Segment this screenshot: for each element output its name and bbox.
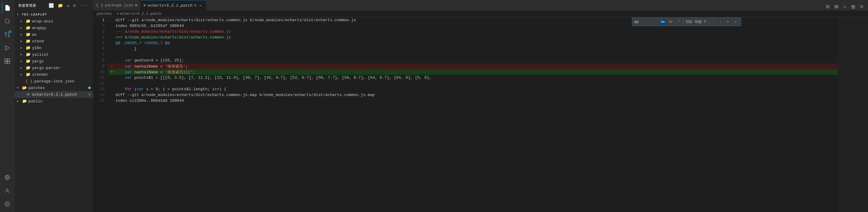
regex-btn[interactable]: .* [675,19,682,25]
yallist-arrow: ▶ [21,53,25,56]
yallist-label: yallist [32,52,93,57]
activity-bar-bottom [2,172,13,212]
line1-text: diff --git a/node_modules/echarts/dist/e… [116,18,356,22]
svg-rect-8 [5,61,7,64]
code-line-3: --- a/node_modules/echarts/dist/echarts.… [108,29,838,34]
refresh-icon[interactable]: ↺ [66,2,71,9]
line3-text: --- a/node_modules/echarts/dist/echarts.… [116,29,231,34]
patches-label: patches [28,86,88,90]
line-num-10: 10 [93,69,108,75]
wrap-ansi-label: wrap-ansi [32,19,93,24]
match-case-btn[interactable]: Aa [659,19,666,25]
code-line-11: var points$1 = [[[0, 3.5], [7, 11.2], [1… [108,75,838,81]
toggle-primary-sidebar-icon[interactable] [832,3,840,10]
code-line-15: index cc2380a..666d1dd 100644 [108,98,838,104]
split-editor-icon[interactable] [824,3,832,10]
sidebar-title: 资源管理器 [18,3,36,8]
sidebar-header-actions: ⬜ 📁 ↺ ⊟ ··· [48,2,89,9]
tab-package-json-icon: { } [96,3,103,7]
yargs-parser-label: yargs-parser [32,66,93,70]
line15-text: index cc2380a..666d1dd 100644 [116,99,184,103]
line6-text: } [116,47,136,51]
collapse-icon[interactable]: ⊟ [72,2,77,9]
search-activity-icon[interactable] [2,16,13,27]
files-icon[interactable] [2,2,13,13]
yargs-parser-folder-icon: 📁 [25,65,31,70]
restore-icon[interactable]: ⧉ [858,3,866,10]
sidebar-item-wrappy[interactable]: ▶ 📁 wrappy [14,25,93,31]
search-list-btn[interactable]: ≡ [724,19,731,25]
sidebar-item-zrender[interactable]: ▶ 📁 zrender [14,71,93,78]
main-area: { } package.json M ≡ echarts+5.2.1.patch… [93,0,868,212]
yargs-arrow: ▶ [21,59,25,63]
sidebar-item-y18n[interactable]: ▶ 📁 y18n [14,45,93,51]
svg-rect-6 [5,59,7,61]
sidebar-item-echarts-patch[interactable]: ▶ ≡ echarts+5.2.1.patch U [14,91,93,98]
code-line-14: diff --git a/node_modules/echarts/dist/e… [108,92,838,98]
breadcrumb-sep: › [113,12,115,16]
search-next-btn[interactable]: ↓ [717,19,724,25]
tab-echarts-patch-close[interactable]: ✕ [198,3,203,8]
ws-arrow: ▶ [21,33,25,36]
editor-code[interactable]: diff --git a/node_modules/echarts/dist/e… [108,17,838,212]
yargs-parser-arrow: ▶ [21,66,25,70]
public-arrow: ▶ [17,99,22,103]
marker-3 [111,29,116,34]
new-file-icon[interactable]: ⬜ [48,2,55,9]
yargs-label: yargs [32,59,93,63]
toggle-panel-icon[interactable] [849,3,857,10]
search-close-btn[interactable]: ✕ [732,19,739,25]
close-icon[interactable]: ✕ [841,3,849,10]
extensions-icon[interactable] [2,56,13,67]
code-line-5: @@ -28695,7 +28695,7 @@ [108,40,838,46]
match-word-btn[interactable]: ab [667,19,674,25]
marker-4 [111,35,116,40]
marker-9: - [111,64,116,69]
sidebar-item-yallist[interactable]: ▶ 📁 yallist [14,51,93,58]
line-num-2: 2 [93,23,108,29]
svg-marker-5 [5,46,9,50]
settings-icon[interactable] [2,199,13,210]
new-folder-icon[interactable]: 📁 [57,2,64,9]
marker-12 [111,81,116,86]
zrender-label: zrender [32,72,93,77]
line-num-12: 12 [93,81,108,86]
public-folder-icon: 📁 [22,99,27,104]
code-line-4: +++ b/node_modules/echarts/dist/echarts.… [108,34,838,40]
line4-text: +++ b/node_modules/echarts/dist/echarts.… [116,35,231,40]
sidebar-item-yargs[interactable]: ▶ 📁 yargs [14,58,93,64]
remote-icon[interactable] [2,172,13,183]
editor-gutter: 1 2 3 4 5 6 7 8 9 10 11 12 13 14 15 [93,17,108,212]
line11-text: var points$1 = [[[0, 3.5], [7, 11.2], [1… [116,75,432,80]
sidebar-item-public[interactable]: ▶ 📁 public [14,98,93,105]
search-prev-btn[interactable]: ↑ [710,19,717,25]
source-control-icon[interactable] [2,29,13,40]
sidebar-item-wrap-ansi[interactable]: ▶ 📁 wrap-ansi [14,18,93,25]
marker-11 [111,75,116,80]
tab-echarts-patch[interactable]: ≡ echarts+5.2.1.patch U ✕ [141,0,207,10]
sidebar-item-xtend[interactable]: ▶ 📁 xtend [14,38,93,45]
breadcrumb-patches[interactable]: patches [97,12,112,16]
line5-text: @@ -28695,7 +28695,7 @@ [116,41,169,46]
run-icon[interactable] [2,43,13,53]
marker-6 [111,47,116,51]
search-input[interactable] [634,20,658,24]
more-actions-icon[interactable]: ··· [79,2,89,9]
sidebar-item-patches[interactable]: ▼ 📂 patches [14,84,93,91]
patches-arrow: ▼ [17,86,22,90]
sidebar-item-ws[interactable]: ▶ 📁 ws [14,31,93,38]
sidebar-item-yargs-parser[interactable]: ▶ 📁 yargs-parser [14,64,93,71]
root-arrow: ▼ [17,13,22,16]
marker-10: + [111,70,116,74]
account-icon[interactable] [2,185,13,196]
yallist-folder-icon: 📁 [25,52,31,57]
tab-package-json[interactable]: { } package.json M [93,0,141,10]
sidebar-root[interactable]: ▼ TEC-LEAFLET [14,11,93,18]
breadcrumb-filename[interactable]: echarts+5.2.1.patch [120,12,161,16]
minimap [838,17,868,212]
tab-echarts-patch-modified: U [194,4,196,7]
sidebar-item-package-lock[interactable]: ▶ { } .package-lock.json [14,78,93,84]
zrender-arrow: ▶ [21,73,25,76]
line-num-3: 3 [93,29,108,34]
code-line-8: var geoCoord = [126, 25]; [108,57,838,63]
